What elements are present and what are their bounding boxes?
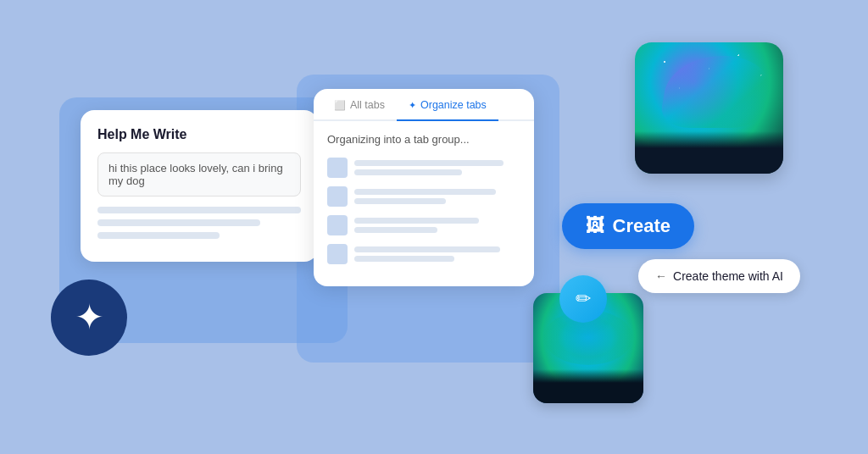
tab-row-4 (327, 244, 520, 264)
tab-skel-icon-1 (327, 158, 348, 178)
tab-row-3 (327, 215, 520, 235)
arrow-left-icon: ← (655, 269, 667, 283)
help-write-input[interactable]: hi this place looks lovely, can i bring … (97, 152, 301, 197)
tab-skel-icon-3 (327, 215, 348, 235)
tab-skel-lines-3 (354, 218, 520, 233)
create-button[interactable]: 🖼 Create (562, 203, 694, 249)
tab-skel-lines-1 (354, 160, 520, 175)
tab-manager-card: ⬜ All tabs ✦ Organize tabs Organizing in… (314, 89, 534, 286)
skeleton-line-2 (97, 219, 260, 226)
tab-card-body: Organizing into a tab group... (314, 121, 534, 286)
tab-skel-lines-2 (354, 189, 520, 204)
create-image-icon: 🖼 (586, 215, 604, 237)
skel-line (354, 169, 462, 175)
tab-card-header: ⬜ All tabs ✦ Organize tabs (314, 89, 534, 121)
edit-pencil-button[interactable]: ✏ (559, 275, 607, 323)
create-theme-label: Create theme with AI (673, 269, 783, 283)
skel-line (354, 246, 500, 252)
tab-all-tabs[interactable]: ⬜ All tabs (322, 89, 397, 121)
tab-skel-lines-4 (354, 246, 520, 262)
create-theme-ai-button[interactable]: ← Create theme with AI (638, 259, 800, 293)
skel-line (354, 256, 454, 262)
skel-line (354, 227, 437, 233)
tab-skel-icon-4 (327, 244, 348, 264)
ai-sparkle-button[interactable]: ✦ (51, 280, 127, 356)
organize-icon: ✦ (409, 100, 416, 111)
skel-line (354, 198, 446, 204)
skeleton-line-3 (97, 232, 220, 239)
tab-organize-tabs[interactable]: ✦ Organize tabs (397, 89, 498, 121)
organizing-text: Organizing into a tab group... (327, 133, 520, 146)
sparkle-icon: ✦ (75, 300, 104, 335)
tab-skel-icon-2 (327, 186, 348, 207)
aurora-top-image (635, 42, 783, 174)
aurora-gradient (635, 42, 783, 174)
all-tabs-icon: ⬜ (334, 100, 346, 111)
tab-row-2 (327, 186, 520, 207)
pencil-icon: ✏ (576, 288, 591, 310)
organize-tabs-label: Organize tabs (420, 99, 487, 111)
aurora-trees (635, 131, 783, 174)
help-write-card: Help Me Write hi this place looks lovely… (81, 110, 318, 262)
aurora-bottom-trees (533, 369, 643, 403)
skel-line (354, 218, 479, 224)
tab-row-1 (327, 158, 520, 178)
create-button-label: Create (613, 215, 670, 237)
skel-line (354, 189, 496, 195)
skel-line (354, 160, 504, 166)
skeleton-line-1 (97, 207, 301, 213)
help-write-title: Help Me Write (97, 127, 301, 142)
all-tabs-label: All tabs (350, 99, 385, 111)
